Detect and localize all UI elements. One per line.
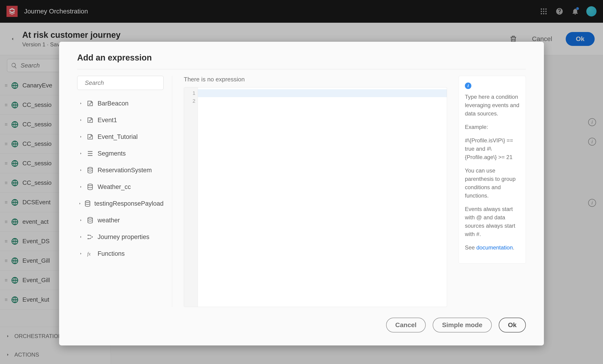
- tree-item[interactable]: Segments: [77, 145, 164, 162]
- svg-point-15: [92, 236, 93, 238]
- tree-item[interactable]: weather: [77, 212, 164, 229]
- simple-mode-button[interactable]: Simple mode: [433, 318, 492, 332]
- tree-item-label: testingResponsePayload: [94, 200, 164, 207]
- hint-box: i Type here a condition leveraging event…: [459, 76, 526, 264]
- hint-text: Type here a condition leveraging events …: [465, 93, 520, 118]
- svg-point-12: [88, 217, 93, 219]
- chevron-right-icon: [78, 235, 84, 239]
- svg-point-14: [88, 238, 89, 239]
- tree-item[interactable]: ReservationSystem: [77, 162, 164, 178]
- modal-title: Add an expression: [77, 53, 526, 63]
- tree-item[interactable]: fx Functions: [77, 245, 164, 262]
- chevron-right-icon: [78, 202, 82, 205]
- tree-item-label: weather: [98, 217, 120, 224]
- event-icon: [86, 133, 94, 141]
- chevron-right-icon: [78, 185, 84, 189]
- hint-text: Events always start with @ and data sour…: [465, 205, 520, 238]
- tree-item-label: ReservationSystem: [98, 167, 152, 174]
- db-icon: [86, 183, 94, 191]
- editor-gutter: 12: [184, 87, 198, 307]
- expression-editor[interactable]: 12: [184, 87, 447, 307]
- db-icon: [84, 200, 91, 208]
- journey-icon: [86, 233, 94, 241]
- tree-item[interactable]: Weather_cc: [77, 178, 164, 195]
- documentation-link[interactable]: documentation: [476, 244, 513, 251]
- db-icon: [86, 216, 94, 224]
- svg-point-10: [88, 184, 93, 186]
- info-icon: i: [465, 82, 471, 89]
- tree-item[interactable]: BarBeacon: [77, 95, 164, 112]
- chevron-right-icon: [78, 218, 84, 222]
- hint-text: #\{Profile.isVIP\} == true and #\{Profil…: [465, 136, 520, 161]
- tree-item-label: Weather_cc: [98, 183, 131, 191]
- chevron-right-icon: [78, 152, 84, 155]
- modal-ok-button[interactable]: Ok: [499, 318, 526, 332]
- tree-item-label: Event_Tutorial: [98, 133, 138, 141]
- tree-item[interactable]: Event_Tutorial: [77, 129, 164, 145]
- hint-text: You can use parenthesis to group conditi…: [465, 166, 520, 200]
- line-number: 1: [184, 89, 195, 97]
- fx-icon: fx: [86, 249, 94, 258]
- tree-item[interactable]: Journey properties: [77, 229, 164, 245]
- tree-item-label: BarBeacon: [98, 100, 129, 107]
- chevron-right-icon: [78, 252, 84, 256]
- expression-search[interactable]: [77, 76, 164, 90]
- hint-text: Example:: [465, 123, 520, 131]
- svg-point-11: [85, 201, 90, 203]
- event-icon: [86, 116, 94, 124]
- tree-item-label: Functions: [98, 250, 125, 257]
- modal-cancel-button[interactable]: Cancel: [386, 318, 426, 332]
- tree-item[interactable]: Event1: [77, 112, 164, 129]
- expression-search-input[interactable]: [85, 79, 161, 86]
- event-icon: [86, 99, 94, 107]
- db-icon: [86, 166, 94, 174]
- svg-text:fx: fx: [87, 251, 91, 257]
- segments-icon: [86, 149, 94, 158]
- hint-doc-line: See documentation.: [465, 243, 520, 252]
- chevron-right-icon: [78, 118, 84, 122]
- tree-item-label: Journey properties: [98, 234, 150, 241]
- chevron-right-icon: [78, 102, 84, 105]
- svg-point-13: [88, 235, 89, 236]
- chevron-right-icon: [78, 135, 84, 139]
- editor-code[interactable]: [198, 87, 447, 307]
- expression-modal: Add an expression BarBeacon Event1 Event…: [59, 42, 544, 345]
- tree-item-label: Segments: [98, 150, 126, 157]
- tree-item[interactable]: testingResponsePayload: [77, 195, 164, 212]
- line-number: 2: [184, 97, 195, 105]
- expression-status: There is no expression: [184, 76, 447, 83]
- modal-overlay: Add an expression BarBeacon Event1 Event…: [0, 0, 603, 364]
- svg-point-9: [88, 167, 93, 169]
- chevron-right-icon: [78, 168, 84, 172]
- tree-item-label: Event1: [98, 117, 117, 124]
